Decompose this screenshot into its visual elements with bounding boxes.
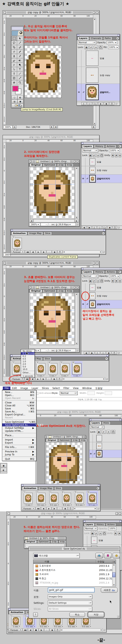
horizontal-scrollbar[interactable] [58, 126, 92, 128]
ir-canvas[interactable] [46, 442, 82, 486]
visibility-cell[interactable] [77, 50, 82, 66]
layer-thumbnail[interactable] [96, 450, 102, 457]
file-menu-item[interactable]: Open Recent ▶ [2, 396, 36, 400]
healing-brush-tool[interactable] [11, 50, 17, 54]
frame-delay[interactable]: 0.5 sec. [82, 626, 90, 628]
delete-frame-button[interactable] [55, 628, 60, 632]
layer-row-blonde[interactable]: 👁✐ [89, 450, 122, 458]
unify-visibility-button[interactable]: ❖ [118, 532, 121, 535]
ir-canvas[interactable] [30, 293, 74, 345]
animation-frame[interactable]: 1 1 sec.▾ [12, 236, 23, 251]
layer-thumbnail[interactable] [90, 158, 96, 166]
palette-close-icon[interactable] [118, 34, 120, 36]
link-cell[interactable]: ✐ [82, 84, 86, 100]
lock-all-button[interactable] [112, 430, 115, 434]
layer-thumbnail[interactable] [86, 50, 98, 66]
animation-frame[interactable]: 5 ∴0.1 sec.▾ [74, 491, 86, 506]
lock-all-button[interactable] [100, 154, 103, 157]
animation-tab[interactable]: Animation [12, 232, 27, 235]
file-menu-item[interactable]: Preview In ▶ [2, 450, 36, 453]
step-forward-button[interactable]: |▶ [87, 226, 92, 229]
layer-row-blonde[interactable]: 👁 ✐ 금발머리.. [77, 84, 120, 101]
unify-visibility-button[interactable]: ❖ [115, 279, 118, 283]
file-menu-item[interactable]: Save Optimized ⌥⌘S [2, 420, 36, 424]
frame-delay[interactable]: 1 sec. [74, 374, 79, 377]
frame-delay[interactable]: 1 sec. [13, 626, 19, 628]
delay-menu-item[interactable]: Other... [21, 371, 34, 374]
menubar-item[interactable]: Select [50, 386, 62, 390]
ir-view-tab[interactable]: Optimized [42, 289, 56, 292]
palette-tab[interactable]: Layers [78, 36, 89, 40]
file-menu-item[interactable]: Close All ⌥⌘W [2, 404, 36, 407]
delay-menu-item[interactable]: 5.0 [21, 365, 34, 368]
layer-style-button[interactable]: ƒ. [82, 102, 86, 105]
frame-delay[interactable]: 0.1 sec. [40, 626, 48, 628]
next-frame-button[interactable]: |▶ [52, 507, 57, 510]
lock-transparency-button[interactable]: ▦ [97, 430, 101, 434]
gradient-tool[interactable] [17, 58, 23, 62]
file-menu-item[interactable]: Save As... ⇧⌘S [2, 410, 36, 413]
lock-pixels-button[interactable]: ✐ [93, 279, 96, 283]
screen-mode-2-button[interactable]: ▣ [18, 100, 23, 104]
palette-tab[interactable]: History [94, 270, 105, 274]
lock-transparency-button[interactable]: ▦ [91, 532, 94, 535]
close-box-icon[interactable] [4, 12, 6, 14]
file-menu-item[interactable]: Open... ⌘O [2, 394, 36, 396]
standard-mode-button[interactable]: ○ [12, 96, 18, 100]
palette-menu-icon[interactable]: ▶ [118, 270, 122, 274]
menubar-item[interactable]: Filter [62, 386, 71, 390]
animation-frame[interactable]: 6 1 sec.▾ [71, 361, 82, 377]
delete-layer-button[interactable] [110, 102, 114, 105]
visibility-cell[interactable]: 👁 [77, 84, 82, 100]
layer-thumbnail[interactable] [90, 175, 96, 182]
screen-mode-1-button[interactable]: ▤ [12, 100, 18, 104]
visibility-cell[interactable]: 👁 [81, 174, 86, 183]
file-row[interactable]: 6.창고 2004.12.31 [34, 576, 116, 580]
ir-view-tab[interactable]: Optimized [37, 540, 50, 543]
path-select-tool[interactable] [11, 67, 17, 72]
animation-frame[interactable]: 3 1 sec.▾ [35, 361, 46, 377]
layer-row-eyebrows[interactable] [89, 442, 122, 450]
palette-collapse-icon[interactable] [77, 34, 79, 36]
fill-field[interactable]: 100%▶ [108, 46, 119, 49]
previous-frame-button[interactable]: ◀| [30, 250, 36, 254]
location-select[interactable]: 데스크탑 ▴▾ [33, 553, 80, 558]
frame-scrollbar[interactable]: ◀▶ [63, 250, 102, 254]
menubar-item[interactable]: Image [18, 386, 30, 390]
palette-menu-icon[interactable]: ▶ [116, 37, 119, 40]
animation-frame[interactable]: 4 ∴0.1 sec.▾ [60, 491, 72, 506]
play-button[interactable]: ▶ [36, 378, 40, 380]
visibility-cell[interactable] [77, 67, 82, 84]
layer-mask-button[interactable]: ○ [97, 226, 102, 229]
column-date[interactable]: 수정일 [96, 560, 112, 563]
file-menu-item[interactable]: Place... [2, 434, 36, 437]
frame-scrollbar[interactable]: ◀▶ [74, 507, 96, 510]
unify-position-button[interactable]: ✥ [112, 154, 114, 157]
stop-button[interactable]: ■ [34, 628, 38, 632]
file-menu-item[interactable] [2, 449, 36, 450]
layer-name[interactable]: 눈썹 copy [96, 166, 107, 174]
layer-thumbnail[interactable] [90, 301, 96, 308]
palette-menu-icon[interactable]: ▶ [96, 487, 100, 490]
step-forward-button[interactable]: |▶ [90, 352, 94, 354]
frame-delay[interactable]: 0.1 sec. [68, 626, 76, 628]
new-layer-button[interactable]: ▣ [108, 226, 112, 229]
file-row[interactable]: 2.토마토토이즈 2004.11.20 [34, 568, 116, 572]
smudge-tool[interactable] [11, 62, 17, 67]
settings-select[interactable]: Default Settings▴▾ [48, 600, 92, 605]
delete-layer-button[interactable] [112, 352, 117, 354]
palette-tab[interactable]: Layers [84, 523, 94, 526]
next-frame-button[interactable]: |▶ [41, 250, 46, 254]
animation-frame[interactable]: 3 ∴0.1 sec.▾ [48, 491, 60, 506]
format-select[interactable]: Images Only▴▾ [48, 594, 92, 599]
history-brush-tool[interactable] [17, 54, 23, 58]
ir-view-tab[interactable]: Original [30, 289, 42, 292]
s1-document-canvas[interactable] [24, 46, 62, 98]
collapse-box-icon[interactable] [76, 160, 78, 162]
lock-pixels-button[interactable]: ✐ [93, 154, 96, 157]
lock-transparency-button[interactable]: ▦ [84, 46, 88, 49]
ir-zoom-level[interactable]: 300% ▾ [30, 223, 40, 226]
frame-thumbnail[interactable] [60, 363, 70, 374]
frame-delay[interactable]: 1 sec. [50, 374, 55, 377]
scroll-up-icon[interactable]: ▲ [94, 18, 95, 20]
